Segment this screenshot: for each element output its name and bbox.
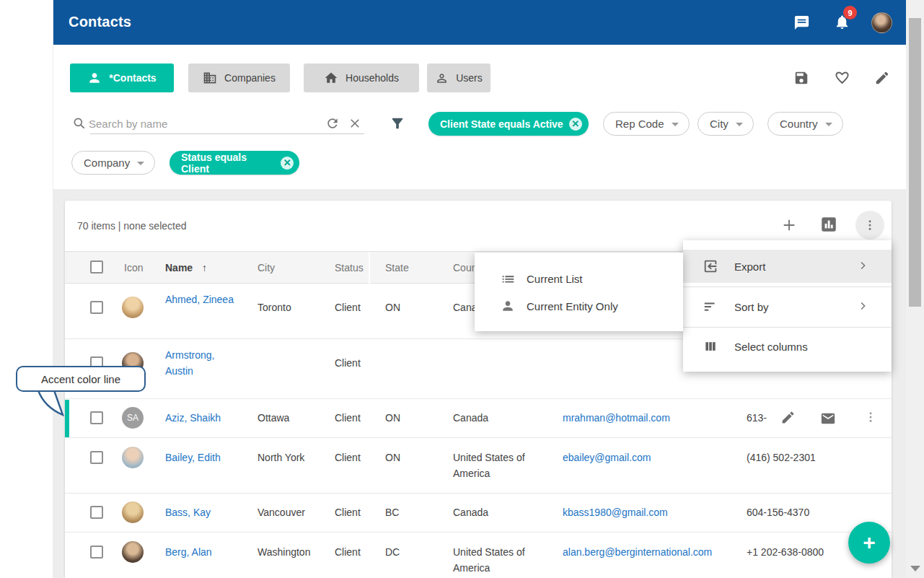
column-header-state[interactable]: State	[385, 262, 409, 273]
chevron-right-icon	[856, 259, 869, 274]
user-avatar[interactable]	[871, 12, 892, 33]
row-checkbox[interactable]	[90, 506, 103, 519]
chevron-down-icon	[825, 123, 832, 126]
list-more-options-button[interactable]	[855, 211, 884, 240]
menu-item-sort-by[interactable]: Sort by	[683, 290, 892, 323]
edit-view-icon[interactable]	[874, 70, 890, 89]
select-all-checkbox[interactable]	[90, 260, 103, 273]
scroll-down-arrow[interactable]	[910, 566, 920, 572]
city-cell: Vancouver	[258, 504, 305, 520]
submenu-item-current-entity[interactable]: Current Entity Only	[475, 292, 683, 320]
row-checkbox[interactable]	[90, 451, 103, 464]
sort-ascending-icon[interactable]: ↑	[202, 262, 207, 273]
tab-contacts[interactable]: *Contacts	[70, 64, 174, 92]
selection-summary: 70 items | none selected	[77, 220, 187, 232]
search-icon	[72, 116, 87, 133]
row-email-icon[interactable]	[820, 411, 836, 429]
phone-cell: 613-	[747, 410, 767, 426]
contact-name-link[interactable]: Armstrong, Austin	[165, 347, 239, 379]
column-header-status[interactable]: Status	[335, 262, 364, 273]
tab-companies-label: Companies	[224, 72, 276, 84]
filter-funnel-icon[interactable]	[390, 115, 405, 134]
clear-search-icon[interactable]	[348, 117, 361, 133]
city-cell: Toronto	[258, 299, 291, 315]
list-options-menu: Export Sort by Select columns	[683, 240, 892, 372]
contact-name-link[interactable]: Ahmed, Zineea	[165, 292, 239, 307]
avatar	[122, 297, 144, 318]
tab-contacts-label: *Contacts	[109, 72, 156, 84]
tab-companies[interactable]: Companies	[188, 64, 290, 92]
row-more-options-icon[interactable]	[864, 411, 877, 426]
current-list-label: Current List	[527, 273, 583, 285]
filter-dropdown-company[interactable]: Company	[71, 151, 155, 175]
status-cell: Client	[335, 410, 361, 426]
table-row-active[interactable]: SA Aziz, Shaikh Ottawa Client ON Canada …	[65, 399, 892, 438]
column-header-name[interactable]: Name	[165, 262, 193, 273]
contact-name-link[interactable]: Berg, Alan	[165, 544, 245, 560]
contact-name-link[interactable]: Aziz, Shaikh	[165, 410, 245, 426]
phone-cell: +1 202-638-0800	[747, 544, 824, 560]
refresh-icon[interactable]	[325, 116, 340, 133]
tab-households[interactable]: Households	[304, 64, 419, 92]
status-cell: Client	[335, 504, 361, 520]
table-row[interactable]: Bailey, Edith North York Client ON Unite…	[65, 438, 892, 494]
city-cell: North York	[258, 450, 304, 465]
tab-households-label: Households	[346, 72, 399, 84]
status-cell: Client	[335, 544, 361, 560]
email-link[interactable]: kbass1980@gmail.com	[563, 504, 668, 520]
add-column-icon[interactable]	[781, 217, 797, 236]
filter-dropdown-country[interactable]: Country	[767, 112, 843, 136]
remove-filter-icon[interactable]: ✕	[569, 118, 582, 131]
add-contact-fab[interactable]: +	[848, 522, 890, 564]
rep-code-label: Rep Code	[615, 118, 664, 130]
country-cell: Canada	[453, 410, 488, 426]
row-checkbox[interactable]	[90, 301, 103, 314]
filter-dropdown-city[interactable]: City	[698, 112, 754, 136]
page-title: Contacts	[69, 14, 131, 30]
status-cell: Client	[335, 355, 361, 371]
status-cell: Client	[335, 299, 361, 315]
menu-divider	[683, 286, 892, 287]
chat-icon[interactable]	[793, 14, 810, 34]
filter-dropdown-rep-code[interactable]: Rep Code	[603, 112, 690, 136]
state-cell: DC	[385, 544, 400, 560]
status-cell: Client	[335, 450, 361, 465]
state-cell: ON	[385, 299, 400, 315]
column-header-icon[interactable]: Icon	[124, 262, 143, 273]
avatar	[122, 541, 144, 563]
scrollbar-thumb[interactable]	[909, 18, 921, 307]
email-link[interactable]: ebailey@gmail.com	[563, 450, 651, 465]
row-checkbox[interactable]	[90, 546, 103, 559]
callout-tail	[32, 390, 67, 421]
contact-name-link[interactable]: Bailey, Edith	[165, 450, 245, 465]
table-row[interactable]: Bass, Kay Vancouver Client BC Canada kba…	[65, 494, 892, 533]
email-link[interactable]: mrahman@hotmail.com	[563, 410, 670, 426]
remove-filter-icon[interactable]: ✕	[281, 157, 294, 170]
chart-view-icon[interactable]	[819, 215, 838, 237]
save-view-icon[interactable]	[793, 70, 809, 89]
notification-count-badge: 9	[843, 6, 857, 19]
list-icon	[499, 271, 516, 286]
plus-icon: +	[863, 530, 876, 555]
search-input[interactable]	[89, 114, 305, 133]
filter-chip-status[interactable]: Status equals Client ✕	[170, 151, 299, 175]
table-row[interactable]: Berg, Alan Washington Client DC United S…	[65, 533, 892, 578]
phone-cell: 604-156-4370	[747, 504, 809, 520]
export-label: Export	[734, 260, 765, 273]
menu-item-select-columns[interactable]: Select columns	[683, 330, 892, 363]
tab-users[interactable]: Users	[427, 64, 490, 92]
column-header-city[interactable]: City	[258, 262, 275, 273]
row-edit-icon[interactable]	[780, 410, 796, 428]
filter-chip-client-state[interactable]: Client State equals Active ✕	[428, 112, 589, 136]
menu-item-export[interactable]: Export	[683, 250, 892, 283]
current-entity-label: Current Entity Only	[527, 300, 618, 312]
kebab-icon	[863, 219, 876, 232]
email-link[interactable]: alan.berg@berginternational.com	[563, 544, 712, 560]
submenu-item-current-list[interactable]: Current List	[475, 264, 683, 293]
contact-name-link[interactable]: Bass, Kay	[165, 504, 245, 520]
state-cell: ON	[385, 450, 400, 465]
top-app-bar	[53, 0, 906, 45]
row-checkbox[interactable]	[90, 411, 103, 424]
favorite-view-icon[interactable]	[834, 69, 850, 89]
building-icon	[203, 71, 217, 85]
